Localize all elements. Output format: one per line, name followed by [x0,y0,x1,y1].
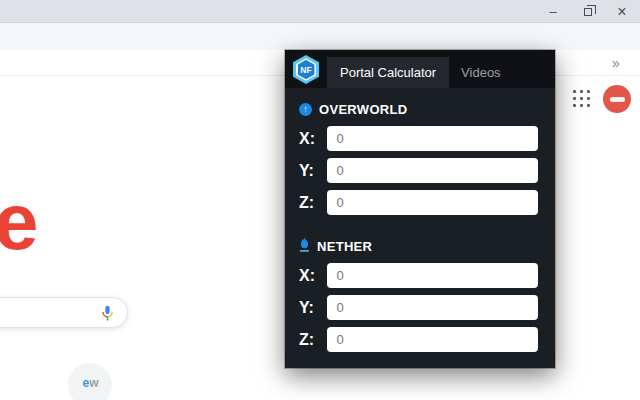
popup-body: ↑ OVERWORLD X: Y: Z: [285,88,555,352]
y-label: Y: [299,299,321,317]
nether-header: NETHER [299,239,538,254]
nether-section: NETHER X: Y: Z: [299,239,538,352]
tab-label: Portal Calculator [340,65,436,80]
nf-logo-text: NF [298,60,315,80]
nf-logo-icon: NF [293,55,319,84]
nether-z-row: Z: [299,327,538,352]
doodle-glyph: w [89,376,97,390]
minimize-button[interactable]: – [536,0,570,23]
nether-z-input[interactable] [327,327,538,352]
overworld-x-row: X: [299,126,538,151]
overworld-header: ↑ OVERWORLD [299,102,538,117]
x-label: X: [299,130,321,148]
nether-y-input[interactable] [327,295,538,320]
close-button[interactable]: × [605,0,639,23]
google-search-box[interactable] [0,297,128,328]
avatar-image [610,97,625,102]
nether-y-row: Y: [299,295,538,320]
overworld-z-input[interactable] [327,190,538,215]
popup-header: NF Portal Calculator Videos [285,50,555,88]
nether-x-input[interactable] [327,263,538,288]
bookmarks-overflow-icon[interactable]: » [612,55,620,71]
browser-toolbar: ☆ G ⋮ [0,23,640,50]
google-logo-letter: e [0,176,37,268]
overworld-x-input[interactable] [327,126,538,151]
restore-button[interactable] [571,0,605,23]
y-label: Y: [299,162,321,180]
google-apps-icon[interactable] [573,90,590,107]
section-title: OVERWORLD [319,102,407,117]
restore-icon [584,8,592,16]
voice-search-icon[interactable] [99,303,116,324]
nether-flame-icon [299,237,310,256]
doodle-button[interactable]: e w [68,363,112,400]
section-title: NETHER [317,239,372,254]
window-titlebar: – × [0,0,640,23]
overworld-z-row: Z: [299,190,538,215]
minimize-icon: – [549,4,556,19]
overworld-y-row: Y: [299,158,538,183]
tab-videos[interactable]: Videos [449,57,513,88]
x-label: X: [299,267,321,285]
tab-label: Videos [461,65,501,80]
z-label: Z: [299,194,321,212]
tab-portal-calculator[interactable]: Portal Calculator [327,57,449,88]
overworld-icon: ↑ [299,103,312,116]
overworld-section: ↑ OVERWORLD X: Y: Z: [299,102,538,215]
account-avatar[interactable] [603,85,631,113]
z-label: Z: [299,331,321,349]
portal-calculator-popup: NF Portal Calculator Videos ↑ OVERWORLD … [285,50,555,368]
overworld-y-input[interactable] [327,158,538,183]
nether-x-row: X: [299,263,538,288]
close-icon: × [617,3,626,21]
